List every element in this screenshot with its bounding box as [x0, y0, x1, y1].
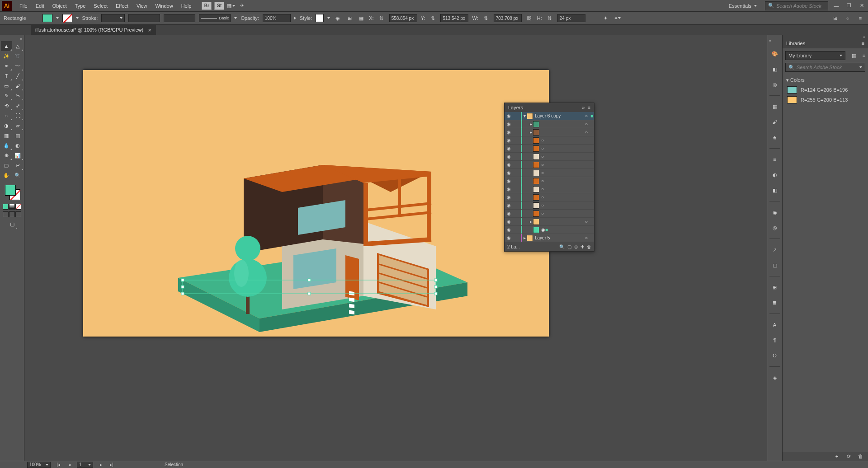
next-artboard-button[interactable]: ▸: [98, 462, 104, 467]
last-artboard-button[interactable]: ▸|: [108, 462, 115, 467]
target-icon[interactable]: ○: [541, 195, 544, 200]
color-mode-swatch[interactable]: [3, 204, 9, 210]
visibility-toggle[interactable]: ◉: [505, 122, 513, 126]
target-icon[interactable]: ○: [541, 178, 544, 183]
perspective-tool[interactable]: ▱: [12, 121, 24, 131]
transparency-panel-icon[interactable]: ◧: [770, 186, 779, 195]
layers-tab[interactable]: Layers: [508, 105, 523, 110]
curvature-tool[interactable]: 〰: [12, 61, 24, 71]
gpu-icon[interactable]: ✈: [238, 2, 246, 10]
delete-layer-icon[interactable]: 🗑: [587, 244, 591, 249]
transform-panel-icon[interactable]: ⊞: [770, 283, 779, 292]
stroke-panel-icon[interactable]: ≡: [770, 155, 779, 164]
visibility-toggle[interactable]: ◉: [505, 195, 513, 200]
layer-row[interactable]: ◉○: [505, 185, 594, 193]
expand-toggle[interactable]: ▸: [528, 122, 533, 126]
brushes-panel-icon[interactable]: 🖌: [770, 117, 779, 126]
menu-window[interactable]: Window: [151, 3, 177, 9]
target-icon[interactable]: ○: [541, 211, 544, 216]
layer-row[interactable]: ◉○: [505, 136, 594, 145]
appearance-panel-icon[interactable]: ◉: [770, 208, 779, 217]
expand-toggle[interactable]: ▸: [528, 130, 533, 135]
visibility-toggle[interactable]: ◉: [505, 211, 513, 216]
workspace-switcher[interactable]: Essentials: [724, 3, 761, 9]
expand-toggle[interactable]: ▸: [528, 219, 533, 224]
artboard-tool[interactable]: ▢: [1, 160, 12, 170]
magic-wand-tool[interactable]: ✨: [1, 51, 12, 61]
library-list-view-icon[interactable]: ≡: [860, 51, 868, 60]
graphic-styles-panel-icon[interactable]: ◎: [770, 223, 779, 232]
pencil-tool[interactable]: ✎: [1, 91, 12, 101]
close-tab-button[interactable]: ×: [148, 27, 151, 33]
stock-button[interactable]: St: [214, 2, 224, 10]
layer-row[interactable]: ◉○: [505, 161, 594, 169]
layer-row[interactable]: ◉▾Layer 6 copy○■: [505, 112, 594, 120]
width-tool[interactable]: ↔: [1, 111, 12, 121]
isolate-icon[interactable]: ✦: [602, 14, 610, 22]
libraries-collapse-button[interactable]: «: [783, 35, 868, 38]
align-icon[interactable]: ⊞: [345, 14, 354, 22]
new-sublayer-icon[interactable]: ⊕: [574, 244, 578, 249]
gradient-panel-icon[interactable]: ◐: [770, 170, 779, 179]
graph-tool[interactable]: 📊: [12, 150, 24, 160]
paragraph-panel-icon[interactable]: ¶: [770, 336, 779, 345]
color-guide-panel-icon[interactable]: ◧: [770, 65, 779, 74]
close-window-button[interactable]: ✕: [857, 3, 866, 9]
layer-row[interactable]: ◉▸○: [505, 120, 594, 128]
stepper-h-icon[interactable]: ⇅: [546, 14, 554, 22]
menu-help[interactable]: Help: [177, 3, 196, 9]
target-icon[interactable]: ◉: [541, 227, 545, 232]
canvas[interactable]: [24, 35, 767, 461]
fill-color-box[interactable]: [5, 185, 16, 196]
symbols-panel-icon[interactable]: ♣: [770, 133, 779, 142]
options-icon-3[interactable]: ≡: [856, 14, 864, 22]
visibility-toggle[interactable]: ◉: [505, 154, 513, 159]
layers-panel-icon[interactable]: ◈: [770, 373, 779, 382]
pen-tool[interactable]: ✒: [1, 61, 12, 71]
menu-edit[interactable]: Edit: [32, 3, 48, 9]
visibility-toggle[interactable]: ◉: [505, 162, 513, 167]
artboard-nav-input[interactable]: 1: [77, 462, 93, 468]
expand-toggle[interactable]: ▾: [522, 113, 527, 118]
slice-tool[interactable]: ✂: [12, 160, 24, 170]
align-panel-icon[interactable]: ≣: [770, 298, 779, 307]
eyedropper-tool[interactable]: 💧: [1, 140, 12, 150]
panel-menu-icon[interactable]: ≡: [862, 41, 864, 46]
color-themes-panel-icon[interactable]: ◎: [770, 80, 779, 89]
target-icon[interactable]: ○: [583, 130, 590, 135]
visibility-toggle[interactable]: ◉: [505, 203, 513, 208]
locate-layer-icon[interactable]: 🔍: [559, 244, 565, 249]
target-icon[interactable]: ○: [583, 235, 590, 240]
stroke-weight-input[interactable]: [101, 14, 125, 22]
link-wh-icon[interactable]: ⛓: [525, 14, 533, 22]
library-color-item[interactable]: R=124 G=206 B=196: [783, 85, 868, 95]
mesh-tool[interactable]: ▦: [1, 131, 12, 140]
style-swatch[interactable]: [316, 14, 324, 22]
gradient-mode-swatch[interactable]: [9, 204, 15, 210]
rotate-tool[interactable]: ⟲: [1, 101, 12, 111]
visibility-toggle[interactable]: ◉: [505, 219, 513, 224]
draw-behind-icon[interactable]: [9, 211, 15, 217]
target-icon[interactable]: ○: [541, 203, 544, 208]
layer-row[interactable]: ◉▸Layer 5○: [505, 234, 594, 242]
restore-button[interactable]: ❐: [844, 3, 854, 9]
fill-stroke-control[interactable]: [3, 183, 21, 201]
visibility-toggle[interactable]: ◉: [505, 187, 513, 192]
library-sync-icon[interactable]: ⟳: [844, 452, 853, 460]
swatches-panel-icon[interactable]: ▦: [770, 102, 779, 111]
make-clip-icon[interactable]: ▢: [567, 244, 571, 249]
layer-row[interactable]: ◉▸○: [505, 218, 594, 226]
zoom-tool[interactable]: 🔍: [12, 170, 24, 180]
dock-collapse-button[interactable]: «: [767, 38, 771, 43]
stroke-profile-dropdown[interactable]: [128, 14, 160, 22]
minimize-button[interactable]: —: [832, 3, 841, 9]
menu-type[interactable]: Type: [71, 3, 90, 9]
layer-row[interactable]: ◉◉■: [505, 226, 594, 234]
target-icon[interactable]: ○: [541, 187, 544, 192]
layer-row[interactable]: ◉○: [505, 210, 594, 218]
brush-dropdown[interactable]: Basic: [199, 14, 231, 22]
visibility-toggle[interactable]: ◉: [505, 113, 513, 118]
library-add-icon[interactable]: +: [833, 452, 841, 460]
libraries-tab[interactable]: Libraries: [786, 41, 805, 46]
options-icon-1[interactable]: ⊞: [831, 14, 839, 22]
